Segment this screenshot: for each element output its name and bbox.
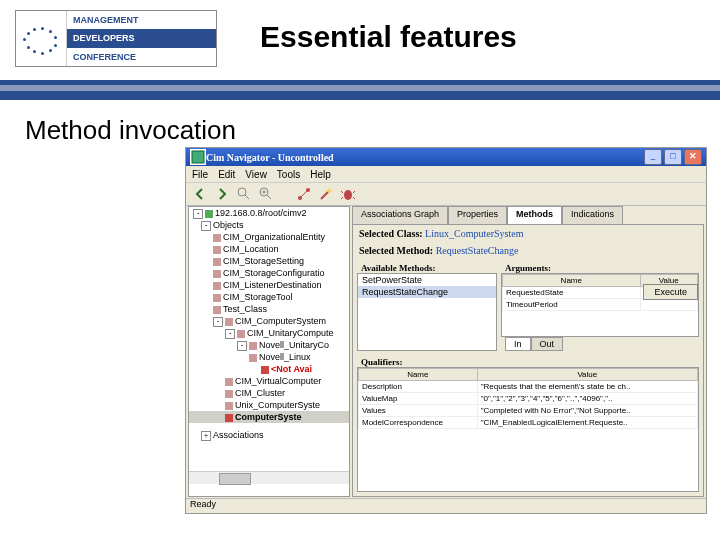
tree-node[interactable]: CIM_StorageTool <box>189 291 349 303</box>
tree-view[interactable]: -192.168.0.8/root/cimv2 -Objects CIM_Org… <box>188 206 350 497</box>
tree-root[interactable]: -192.168.0.8/root/cimv2 <box>189 207 349 219</box>
col-value: Value <box>477 369 697 381</box>
menu-view[interactable]: View <box>245 169 267 180</box>
methods-pane: Selected Class: Linux_ComputerSystem Sel… <box>352 224 704 497</box>
tree-node[interactable]: CIM_ListenerDestination <box>189 279 349 291</box>
table-row: Description"Requests that the element\'s… <box>359 381 698 393</box>
tree-node[interactable]: Novell_Linux <box>189 351 349 363</box>
slide-title: Essential features <box>260 20 517 54</box>
tab-out[interactable]: Out <box>531 337 564 351</box>
selected-class-label: Selected Class: <box>359 228 423 239</box>
selected-class-value: Linux_ComputerSystem <box>425 228 523 239</box>
tab-bar: Associations Graph Properties Methods In… <box>352 206 704 224</box>
tree-node[interactable]: Unix_ComputerSyste <box>189 399 349 411</box>
col-name: Name <box>503 275 641 287</box>
table-row: TimeoutPeriod <box>503 299 698 311</box>
selected-method-value: RequestStateChange <box>436 245 519 256</box>
minimize-button[interactable]: _ <box>644 149 662 165</box>
tree-node[interactable]: -CIM_UnitaryCompute <box>189 327 349 339</box>
available-methods-label: Available Methods: <box>357 261 497 273</box>
menu-bar: File Edit View Tools Help <box>186 166 706 183</box>
svg-point-2 <box>238 188 246 196</box>
col-name: Name <box>359 369 478 381</box>
svg-point-6 <box>344 190 352 200</box>
tool-bug-icon[interactable] <box>340 186 356 202</box>
arguments-label: Arguments: <box>501 261 699 273</box>
tab-in[interactable]: In <box>505 337 531 351</box>
menu-edit[interactable]: Edit <box>218 169 235 180</box>
table-row: ModelCorrespondence"CIM_EnabledLogicalEl… <box>359 417 698 429</box>
list-item[interactable]: SetPowerState <box>358 274 496 286</box>
tree-node[interactable]: -CIM_ComputerSystem <box>189 315 349 327</box>
menu-help[interactable]: Help <box>310 169 331 180</box>
maximize-button[interactable]: □ <box>664 149 682 165</box>
tree-node[interactable]: CIM_OrganizationalEntity <box>189 231 349 243</box>
title-bar[interactable]: Cim Navigator - Uncontrolled _ □ ✕ <box>186 148 706 166</box>
mdc-logo: MANAGEMENT DEVELOPERS CONFERENCE <box>15 10 217 67</box>
tree-node[interactable]: CIM_StorageSetting <box>189 255 349 267</box>
tool-wand-icon[interactable] <box>318 186 334 202</box>
tree-node[interactable]: CIM_VirtualComputer <box>189 375 349 387</box>
tree-node[interactable]: Test_Class <box>189 303 349 315</box>
list-item-selected[interactable]: RequestStateChange <box>358 286 496 298</box>
menu-file[interactable]: File <box>192 169 208 180</box>
tool-graph-icon[interactable] <box>296 186 312 202</box>
search-icon[interactable] <box>236 186 252 202</box>
tree-node-selected[interactable]: ComputerSyste <box>189 411 349 423</box>
tree-associations[interactable]: +Associations <box>189 429 349 441</box>
tab-properties[interactable]: Properties <box>448 206 507 224</box>
slide-subtitle: Method invocation <box>25 115 236 146</box>
tree-node-error[interactable]: <Not Avai <box>189 363 349 375</box>
tree-hscroll[interactable] <box>189 471 349 484</box>
available-methods-list[interactable]: SetPowerState RequestStateChange <box>357 273 497 351</box>
nav-back-icon[interactable] <box>192 186 208 202</box>
table-row: ValueMap"0","1","2","3","4","5","6",".."… <box>359 393 698 405</box>
table-row: Values"Completed with No Error","Not Sup… <box>359 405 698 417</box>
tree-node[interactable]: CIM_Location <box>189 243 349 255</box>
app-window: Cim Navigator - Uncontrolled _ □ ✕ File … <box>185 147 707 514</box>
nav-fwd-icon[interactable] <box>214 186 230 202</box>
logo-line2: DEVELOPERS <box>67 29 216 47</box>
execute-button[interactable]: Execute <box>643 284 698 300</box>
tree-node[interactable]: -Novell_UnitaryCo <box>189 339 349 351</box>
logo-line3: CONFERENCE <box>67 48 216 66</box>
qualifiers-label: Qualifiers: <box>357 355 699 367</box>
tab-methods[interactable]: Methods <box>507 206 562 224</box>
qualifiers-table[interactable]: NameValue Description"Requests that the … <box>357 367 699 492</box>
arguments-table[interactable]: NameValue RequestedState TimeoutPeriod <box>501 273 699 337</box>
selected-method-label: Selected Method: <box>359 245 433 256</box>
zoom-icon[interactable] <box>258 186 274 202</box>
status-bar: Ready <box>186 498 706 513</box>
tab-indications[interactable]: Indications <box>562 206 623 224</box>
close-button[interactable]: ✕ <box>684 149 702 165</box>
tree-node[interactable]: CIM_StorageConfiguratio <box>189 267 349 279</box>
app-icon <box>190 149 206 165</box>
title-bar-overlay <box>0 85 720 91</box>
logo-line1: MANAGEMENT <box>67 11 216 29</box>
toolbar <box>186 183 706 206</box>
tree-node[interactable]: CIM_Cluster <box>189 387 349 399</box>
menu-tools[interactable]: Tools <box>277 169 300 180</box>
window-title: Cim Navigator - Uncontrolled <box>206 152 642 163</box>
tree-node[interactable]: -Objects <box>189 219 349 231</box>
svg-rect-1 <box>192 151 204 163</box>
logo-mark <box>16 11 67 66</box>
tab-associations-graph[interactable]: Associations Graph <box>352 206 448 224</box>
